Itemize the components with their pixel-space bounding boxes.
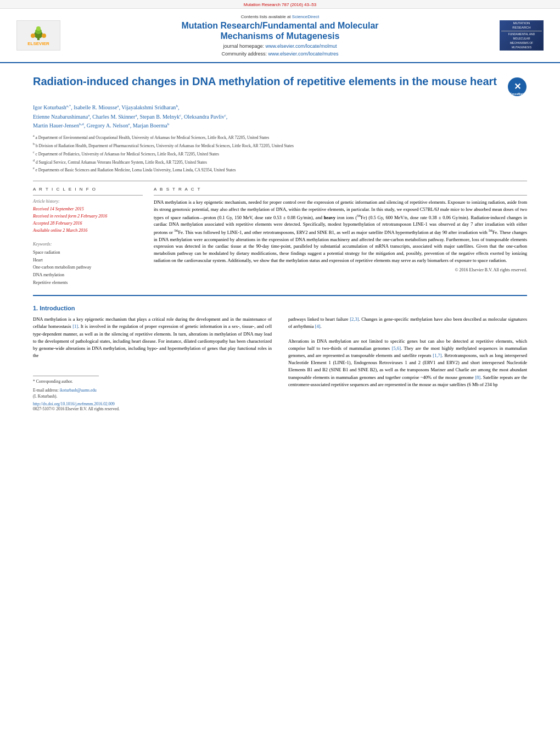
sciencedirect-link-text[interactable]: ScienceDirect (292, 14, 319, 19)
journal-header: ELSEVIER Contents lists available at Sci… (0, 9, 560, 63)
journal-homepage: journal homepage: www.elsevier.com/locat… (71, 43, 489, 49)
available-date: Available online 2 March 2016 (33, 227, 143, 235)
intro-section-title: 1. Introduction (33, 305, 527, 311)
article-info-divider (33, 195, 143, 196)
history-label: Article history: (33, 199, 143, 204)
homepage-url[interactable]: www.elsevier.com/locate/molmut (266, 43, 337, 49)
keyword-1: Space radiation (33, 249, 143, 256)
keyword-4: DNA methylation (33, 271, 143, 279)
footnote-area: * Corresponding author. E-mail address: … (33, 376, 99, 399)
journal-banner: Mutation Research 787 (2016) 43–53 (0, 0, 560, 9)
abstract-header: A B S T R A C T (154, 187, 527, 192)
authors: Igor Koturbasha,*, Isabelle R. Mioussea,… (33, 103, 527, 130)
copyright-text: © 2016 Elsevier B.V. All rights reserved… (154, 267, 527, 272)
abstract-divider (154, 195, 527, 196)
header-divider (33, 181, 527, 181)
intro-left-col: DNA methylation is a key epigenetic mech… (33, 316, 272, 411)
intro-right-col: pathways linked to heart failure [2,3]. … (288, 316, 527, 411)
corresponding-author: * Corresponding author. (33, 378, 99, 384)
intro-left-text: DNA methylation is a key epigenetic mech… (33, 316, 272, 359)
keyword-2: Heart (33, 256, 143, 264)
svg-text:CrossMark: CrossMark (510, 92, 524, 96)
keywords-section: Keywords: Space radiation Heart One-carb… (33, 242, 143, 286)
heavy-text: heavy (324, 214, 335, 220)
email-line: E-mail address: ikoturbash@uams.edu (I. … (33, 387, 99, 400)
introduction-section: 1. Introduction DNA methylation is a key… (33, 295, 527, 411)
elsevier-tree-icon (27, 25, 49, 41)
article-title-block: Radiation-induced changes in DNA methyla… (33, 74, 527, 97)
community-url[interactable]: www.elsevier.com/locate/mutres (268, 51, 339, 57)
svg-point-3 (36, 26, 41, 31)
keywords-list: Space radiation Heart One-carbon metabol… (33, 249, 143, 286)
keyword-5: Repetitive elements (33, 279, 143, 287)
journal-title: Mutation Research/Fundamental and Molecu… (71, 20, 489, 41)
journal-ref: Mutation Research 787 (2016) 43–53 (244, 2, 317, 7)
journal-logo: MUTATIONRESEARCH FUNDAMENTAL AND MOLECUL… (500, 20, 544, 51)
accepted-date: Accepted 28 February 2016 (33, 220, 143, 227)
main-content: Radiation-induced changes in DNA methyla… (0, 63, 560, 422)
issn-text: 0027-5107/© 2016 Elsevier B.V. All right… (33, 406, 272, 411)
revised-date: Received in revised form 2 February 2016 (33, 213, 143, 220)
intro-two-col: DNA methylation is a key epigenetic mech… (33, 316, 527, 411)
abstract-col: A B S T R A C T DNA methylation is a key… (154, 187, 527, 286)
abstract-text: DNA methylation is a key epigenetic mech… (154, 199, 527, 264)
journal-header-center: Contents lists available at ScienceDirec… (60, 14, 500, 57)
journal-logo-text: MUTATIONRESEARCH FUNDAMENTAL AND MOLECUL… (500, 20, 544, 52)
article-info-header: A R T I C L E I N F O (33, 187, 143, 192)
svg-text:✕: ✕ (514, 82, 521, 91)
crossmark-icon: ✕ CrossMark (507, 77, 527, 97)
article-info-abstract: A R T I C L E I N F O Article history: R… (33, 187, 527, 286)
svg-point-4 (31, 34, 35, 38)
received-date: Received 14 September 2015 (33, 206, 143, 213)
sciencedirect-label: Contents lists available at ScienceDirec… (71, 14, 489, 19)
keywords-label: Keywords: (33, 242, 143, 247)
elsevier-logo: ELSEVIER (16, 20, 60, 51)
intro-right-text: pathways linked to heart failure [2,3]. … (288, 316, 527, 388)
page: Mutation Research 787 (2016) 43–53 ELSEV… (0, 0, 560, 742)
article-info-col: A R T I C L E I N F O Article history: R… (33, 187, 143, 286)
journal-community: Community address: www.elsevier.com/loca… (71, 51, 489, 57)
affiliations: a a Department of Environmental and Occu… (33, 133, 527, 173)
article-title-text: Radiation-induced changes in DNA methyla… (33, 74, 502, 88)
doi-link[interactable]: http://dx.doi.org/10.1016/j.mrfmmm.2016.… (33, 401, 272, 406)
elsevier-text: ELSEVIER (27, 41, 49, 46)
keyword-3: One-carbon metabolism pathway (33, 264, 143, 271)
email-address[interactable]: ikoturbash@uams.edu (60, 388, 97, 393)
article-dates: Received 14 September 2015 Received in r… (33, 206, 143, 234)
svg-point-5 (42, 34, 46, 38)
